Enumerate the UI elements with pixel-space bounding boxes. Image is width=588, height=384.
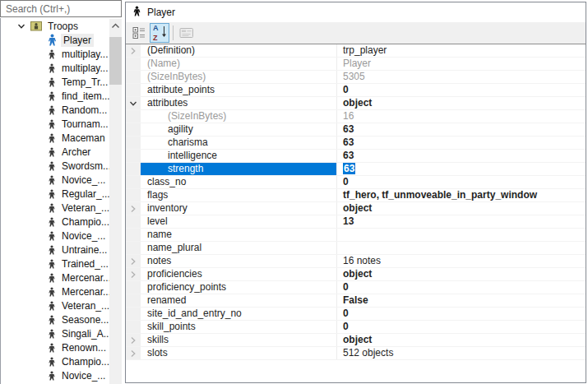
property-value: 0 <box>337 176 586 188</box>
person-icon <box>47 77 57 87</box>
tree-item[interactable]: Maceman <box>1 131 109 145</box>
tree-item[interactable]: multiplay... <box>1 47 109 61</box>
property-panel: Player AZ <box>125 2 586 383</box>
property-row[interactable]: slots512 objects <box>126 347 586 360</box>
tree-item-label: Novice_... <box>59 173 108 187</box>
property-row[interactable]: (Definition)trp_player <box>126 44 586 58</box>
property-row[interactable]: proficiency_points0 <box>126 281 586 294</box>
tree-item[interactable]: Novice_... <box>1 368 109 382</box>
tree-item[interactable]: Mercenar... <box>1 271 109 285</box>
chevron-right-icon[interactable] <box>126 202 141 215</box>
property-row[interactable]: flagstf_hero, tf_unmoveable_in_party_win… <box>126 189 586 202</box>
row-gutter <box>126 150 141 162</box>
tree-item-label: Renown... <box>59 341 109 354</box>
chevron-down-icon[interactable] <box>16 21 26 31</box>
tree-item[interactable]: Renown... <box>1 340 109 354</box>
property-row[interactable]: skill_points0 <box>126 321 586 334</box>
chevron-right-icon[interactable] <box>126 334 141 346</box>
property-row[interactable]: skillsobject <box>126 334 586 347</box>
tree-item[interactable]: Swordsm... <box>1 159 109 173</box>
property-row[interactable]: level13 <box>126 215 586 229</box>
property-row[interactable]: intelligence63 <box>126 150 586 163</box>
property-row[interactable]: strength63 <box>126 163 586 176</box>
search-input[interactable] <box>0 0 122 17</box>
person-icon <box>47 371 57 381</box>
tree-item[interactable]: Novice_... <box>1 173 109 187</box>
row-gutter <box>126 110 141 123</box>
tree-item-label: Seasone... <box>59 313 109 326</box>
tree-item-label: Mercenar... <box>59 285 109 298</box>
tree-item[interactable]: Champio... <box>1 354 109 368</box>
tree-item-label: Novice_... <box>59 229 108 243</box>
chevron-right-icon[interactable] <box>126 347 141 359</box>
tree-item-label: Tournam... <box>59 118 109 131</box>
property-row[interactable]: attribute_points0 <box>126 84 586 97</box>
panel-title: Player <box>147 7 175 18</box>
property-name: (SizeInBytes) <box>141 71 337 83</box>
tree-item[interactable]: Singali_A... <box>1 326 109 340</box>
chevron-right-icon[interactable] <box>126 44 141 57</box>
categorized-icon <box>132 26 146 39</box>
tree-item[interactable]: Untraine... <box>1 243 109 257</box>
tree-item-label: Mercenar... <box>59 271 109 285</box>
property-value: 0 <box>337 84 586 96</box>
chevron-down-icon[interactable] <box>126 97 141 109</box>
tree-item[interactable]: Tournam... <box>1 117 109 131</box>
value-edit-field[interactable]: 63 <box>337 163 586 175</box>
property-name: agility <box>141 123 337 136</box>
tree-item-label: Regular_... <box>59 187 109 201</box>
tree-item[interactable]: multiplay... <box>1 61 109 75</box>
troop-tree: Troops Playermultiplay...multiplay...Tem… <box>1 19 109 384</box>
categorized-button[interactable] <box>129 23 149 43</box>
tree-item[interactable]: Veteran_... <box>1 298 109 312</box>
sort-alphabetical-button[interactable]: AZ <box>150 23 169 43</box>
property-row[interactable]: proficienciesobject <box>126 268 586 281</box>
property-row[interactable]: site_id_and_entry_no0 <box>126 308 586 321</box>
tree-item[interactable]: Archer <box>1 145 109 159</box>
property-row[interactable]: inventoryobject <box>126 202 586 215</box>
property-row[interactable]: agility63 <box>126 123 586 136</box>
tree-item[interactable]: Temp_Tr... <box>1 75 109 89</box>
person-icon <box>47 63 57 73</box>
tree-item-label: Veteran_... <box>59 201 109 215</box>
property-name: (Definition) <box>141 44 337 57</box>
tree-item-label: multiplay... <box>59 62 109 75</box>
tree-item[interactable]: Mercenar... <box>1 285 109 298</box>
property-row[interactable]: name_plural <box>126 242 586 255</box>
person-icon <box>47 259 57 269</box>
tree-item[interactable]: Novice_... <box>1 229 109 243</box>
tree-item[interactable]: Random... <box>1 103 109 117</box>
tree-item[interactable]: find_item... <box>1 89 109 103</box>
toolbar-separator <box>173 25 174 40</box>
row-gutter <box>126 321 141 333</box>
person-icon <box>47 189 57 199</box>
tree-node-troops[interactable]: Troops <box>1 19 109 33</box>
property-row[interactable]: attributesobject <box>126 97 586 110</box>
chevron-right-icon[interactable] <box>126 268 141 280</box>
tree-item[interactable]: Seasone... <box>1 312 109 326</box>
property-row[interactable]: name <box>126 229 586 242</box>
property-row[interactable]: (SizeInBytes)5305 <box>126 71 586 84</box>
row-gutter <box>126 58 141 70</box>
property-toolbar: AZ <box>126 22 586 44</box>
tree-item[interactable]: Champio... <box>1 215 109 229</box>
scrollbar-thumb[interactable] <box>109 37 122 85</box>
property-row[interactable]: (Name)Player <box>126 58 586 71</box>
property-row[interactable]: charisma63 <box>126 136 586 150</box>
property-row[interactable]: class_no0 <box>126 176 586 189</box>
property-row[interactable]: notes16 notes <box>126 255 586 268</box>
chevron-right-icon[interactable] <box>126 255 141 267</box>
tree-scrollbar[interactable] <box>109 19 122 384</box>
tree-item[interactable]: Player <box>1 33 109 47</box>
property-name: level <box>141 215 337 228</box>
scroll-up-arrow-icon[interactable] <box>109 19 122 32</box>
property-row[interactable]: (SizeInBytes)16 <box>126 110 586 123</box>
tree-item[interactable]: Veteran_... <box>1 201 109 215</box>
property-value: 16 notes <box>337 255 586 267</box>
property-row[interactable]: renamedFalse <box>126 294 586 308</box>
property-name: (Name) <box>141 58 337 70</box>
troops-crate-icon <box>30 21 42 31</box>
tree-item[interactable]: Regular_... <box>1 187 109 201</box>
property-value <box>337 242 586 254</box>
tree-item[interactable]: Trained_... <box>1 257 109 271</box>
